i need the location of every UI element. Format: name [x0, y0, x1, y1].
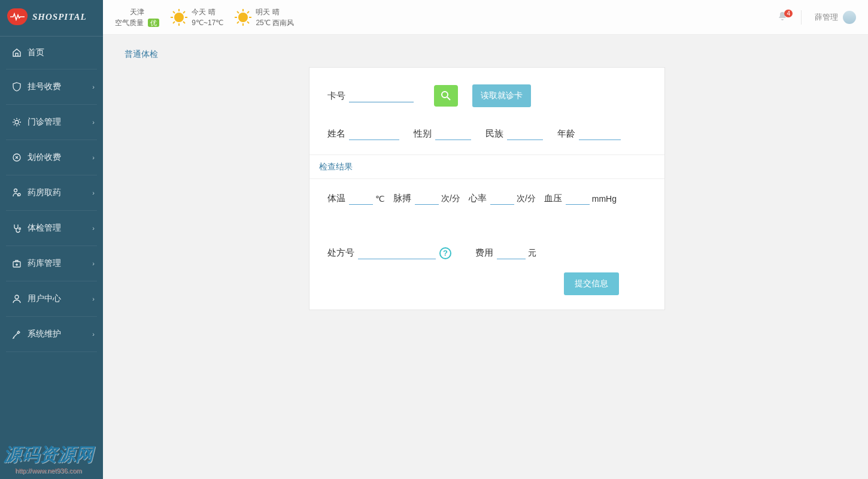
svg-point-0 [15, 120, 19, 124]
temp-unit: ℃ [375, 194, 385, 204]
notif-badge: 4 [784, 10, 793, 17]
user-icon [11, 294, 23, 304]
ethnic-label: 民族 [485, 128, 503, 140]
chevron-right-icon: › [92, 225, 95, 232]
chevron-right-icon: › [92, 119, 95, 126]
notifications[interactable]: 4 [777, 11, 788, 24]
divider [801, 10, 802, 25]
card-no-input[interactable] [349, 90, 414, 102]
tools-icon [11, 329, 23, 339]
svg-point-4 [19, 228, 21, 230]
pulse-label: 脉搏 [393, 193, 411, 204]
weather-panel: 天津 空气质量 优 今天 晴 9℃~17℃ 明天 晴 [115, 7, 294, 28]
sidebar-item-outpatient[interactable]: 门诊管理 › [6, 105, 97, 140]
current-user[interactable]: 薛管理 [815, 11, 856, 24]
chevron-right-icon: › [92, 260, 95, 267]
person-pill-icon [11, 188, 23, 198]
svg-line-15 [173, 22, 175, 23]
chevron-right-icon: › [92, 331, 95, 338]
chevron-right-icon: › [92, 189, 95, 196]
city-weather: 天津 空气质量 优 [115, 7, 159, 28]
gear-icon [11, 117, 23, 127]
page-title: 普通体检 [125, 49, 868, 60]
svg-line-22 [247, 22, 249, 23]
medkit-icon [11, 259, 23, 268]
sidebar-item-physical-exam[interactable]: 体检管理 › [6, 211, 97, 246]
sidebar-item-pharmacy[interactable]: 药房取药 › [6, 175, 97, 211]
fee-label: 费用 [475, 247, 493, 259]
air-quality-badge: 优 [148, 19, 159, 27]
avatar [843, 11, 856, 24]
heart-label: 心率 [469, 193, 487, 204]
ethnic-input[interactable] [507, 128, 543, 140]
today-temp: 9℃~17℃ [192, 17, 223, 28]
sidebar-item-register-fee[interactable]: 挂号收费 › [6, 69, 97, 105]
svg-line-23 [247, 11, 249, 13]
city-name: 天津 [115, 7, 159, 17]
sidebar-item-label: 划价收费 [28, 152, 61, 163]
bp-input[interactable] [566, 192, 590, 205]
tomorrow-detail: 25℃ 西南风 [256, 17, 294, 28]
fee-input[interactable] [497, 247, 526, 259]
sidebar-item-label: 首页 [28, 47, 44, 58]
main-area: 天津 空气质量 优 今天 晴 9℃~17℃ 明天 晴 [103, 0, 868, 479]
svg-line-21 [237, 11, 239, 13]
presc-label: 处方号 [327, 247, 354, 259]
search-button[interactable] [434, 85, 458, 107]
heart-input[interactable] [490, 192, 514, 205]
sidebar-item-label: 用户中心 [28, 293, 61, 304]
sun-icon [170, 8, 188, 26]
search-icon [440, 90, 452, 102]
nav-menu: 首页 挂号收费 › 门诊管理 › 划价收费 › 药房取药 › [0, 37, 103, 352]
gender-label: 性别 [414, 128, 432, 140]
name-input[interactable] [349, 128, 399, 140]
chevron-right-icon: › [92, 154, 95, 161]
heart-unit: 次/分 [517, 193, 536, 204]
sidebar-item-pricing[interactable]: 划价收费 › [6, 140, 97, 175]
sidebar-item-home[interactable]: 首页 [6, 37, 97, 69]
weather-today: 今天 晴 9℃~17℃ [170, 7, 223, 28]
heart-logo-icon [7, 8, 28, 25]
bp-label: 血压 [544, 193, 562, 204]
pulse-input[interactable] [415, 192, 439, 205]
chevron-right-icon: › [92, 295, 95, 302]
card-no-label: 卡号 [327, 90, 345, 102]
air-quality: 空气质量 优 [115, 17, 159, 28]
help-icon[interactable]: ? [439, 247, 451, 259]
submit-button[interactable]: 提交信息 [564, 272, 619, 295]
price-icon [11, 153, 23, 162]
fee-unit: 元 [528, 248, 536, 259]
svg-point-25 [442, 92, 448, 98]
prescription-input[interactable] [358, 247, 436, 259]
sidebar-item-user-center[interactable]: 用户中心 › [6, 281, 97, 317]
sidebar-item-label: 药房取药 [28, 187, 61, 198]
brand-logo: SHOSPITAL [0, 0, 103, 37]
svg-point-16 [238, 13, 248, 22]
sidebar-item-drug-store[interactable]: 药库管理 › [6, 246, 97, 281]
sidebar-item-system[interactable]: 系统维护 › [6, 317, 97, 352]
sidebar-item-label: 门诊管理 [28, 117, 61, 128]
home-icon [11, 48, 23, 57]
tomorrow-label: 明天 晴 [256, 7, 294, 17]
age-input[interactable] [579, 128, 621, 140]
sidebar-item-label: 系统维护 [28, 329, 61, 339]
name-label: 姓名 [327, 128, 345, 140]
watermark: 源码资源网 http://www.net936.com [4, 442, 93, 474]
bp-unit: mmHg [592, 194, 617, 204]
pulse-unit: 次/分 [441, 193, 460, 204]
sidebar-item-label: 挂号收费 [28, 81, 61, 92]
exam-form-card: 卡号 读取就诊卡 姓名 性别 民族 年龄 [309, 67, 665, 310]
read-card-button[interactable]: 读取就诊卡 [472, 84, 531, 107]
stethoscope-icon [11, 223, 23, 233]
svg-line-24 [237, 22, 239, 23]
svg-line-14 [183, 11, 185, 13]
sidebar-item-label: 药库管理 [28, 258, 61, 269]
today-label: 今天 晴 [192, 7, 223, 17]
temp-input[interactable] [349, 192, 373, 205]
sidebar-item-label: 体检管理 [28, 223, 61, 234]
sidebar: SHOSPITAL 首页 挂号收费 › 门诊管理 › 划价收费 › [0, 0, 103, 479]
svg-line-12 [173, 11, 175, 13]
svg-line-13 [183, 22, 185, 23]
gender-input[interactable] [435, 128, 471, 140]
svg-point-2 [14, 189, 17, 192]
